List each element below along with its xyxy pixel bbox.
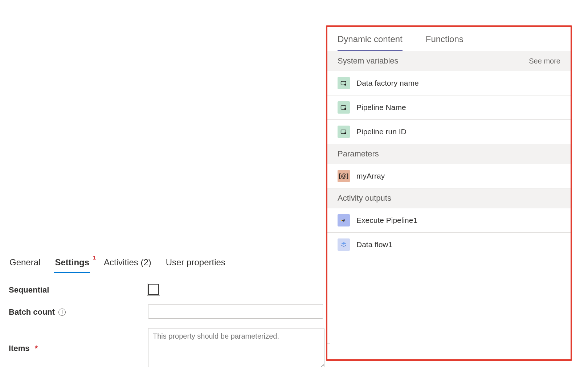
tab-dynamic-content[interactable]: Dynamic content [338,34,403,51]
parameter-icon: [@] [338,170,350,182]
list-item-label: Pipeline run ID [356,127,407,136]
svg-point-1 [344,84,346,86]
tab-functions[interactable]: Functions [426,34,463,51]
list-item-label: myArray [356,172,385,180]
tab-general[interactable]: General [9,254,41,273]
items-textarea[interactable] [148,328,324,367]
activity-output-data-flow1[interactable]: Data flow1 [327,233,571,257]
label-batch-count: Batch count i [9,304,139,319]
execute-pipeline-icon [338,214,350,226]
label-sequential: Sequential [9,284,139,295]
tab-settings-label: Settings [55,257,89,267]
sequential-cell [148,284,338,295]
svg-point-3 [344,108,346,110]
label-items-text: Items [9,344,29,353]
factory-icon [338,101,350,114]
expression-tabs: Dynamic content Functions [327,27,571,51]
list-item-label: Data factory name [356,79,419,87]
factory-icon [338,77,350,89]
parameter-item-myarray[interactable]: [@] myArray [327,164,571,188]
svg-point-6 [341,220,342,221]
system-variables-see-more[interactable]: See more [529,57,560,65]
section-activity-outputs: Activity outputs [327,188,571,208]
sysvar-item-pipeline-name[interactable]: Pipeline Name [327,95,571,120]
tab-user-properties[interactable]: User properties [165,254,226,273]
section-system-variables: System variables See more [327,51,571,71]
svg-point-5 [344,132,346,134]
list-item-label: Pipeline Name [356,103,406,112]
sequential-checkbox[interactable] [148,284,159,295]
section-parameters-title: Parameters [338,149,379,159]
settings-form: Sequential Batch count i Items * [9,284,335,367]
list-item-label: Data flow1 [356,240,392,249]
panel-drag-handle[interactable] [326,343,330,357]
batch-count-cell [148,304,338,319]
tab-settings-badge: 1 [93,254,96,261]
label-batch-count-text: Batch count [9,307,55,317]
required-marker: * [34,344,38,353]
factory-icon [338,126,350,138]
data-flow-icon [338,238,350,251]
section-parameters: Parameters [327,144,571,164]
info-icon[interactable]: i [58,309,66,316]
activity-output-execute-pipeline1[interactable]: Execute Pipeline1 [327,208,571,233]
label-items: Items * [9,328,139,367]
expression-builder-panel: Dynamic content Functions System variabl… [326,25,572,361]
tab-settings[interactable]: Settings 1 [54,254,90,273]
sysvar-item-pipeline-run-id[interactable]: Pipeline run ID [327,120,571,144]
batch-count-input[interactable] [148,304,323,319]
section-system-variables-title: System variables [338,56,399,66]
sysvar-item-data-factory-name[interactable]: Data factory name [327,71,571,95]
tab-activities[interactable]: Activities (2) [103,254,152,273]
section-activity-outputs-title: Activity outputs [338,193,391,203]
items-cell [148,328,338,367]
list-item-label: Execute Pipeline1 [356,216,417,225]
